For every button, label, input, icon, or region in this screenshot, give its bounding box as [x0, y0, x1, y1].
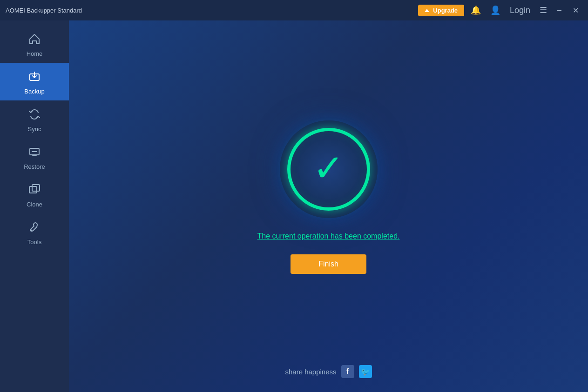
sync-icon [28, 108, 41, 123]
minimize-button[interactable]: – [554, 4, 565, 16]
main-layout: Home Backup Sync [0, 20, 588, 392]
share-footer: share happiness f 🐦 [285, 365, 372, 378]
sidebar-backup-label: Backup [24, 88, 44, 95]
notification-icon[interactable]: 🔔 [468, 3, 484, 17]
sidebar-sync-label: Sync [28, 126, 41, 133]
sidebar-item-restore[interactable]: Restore [0, 138, 69, 176]
sidebar-restore-label: Restore [24, 163, 45, 170]
app-title: AOMEI Backupper Standard [6, 7, 418, 14]
titlebar: AOMEI Backupper Standard Upgrade 🔔 👤 Log… [0, 0, 588, 20]
checkmark-icon: ✓ [313, 150, 344, 187]
svg-rect-3 [32, 185, 40, 191]
restore-icon [28, 146, 41, 160]
sidebar-clone-label: Clone [27, 201, 42, 208]
sidebar-item-sync[interactable]: Sync [0, 100, 69, 138]
sidebar: Home Backup Sync [0, 20, 69, 392]
sidebar-item-clone[interactable]: Clone [0, 176, 69, 213]
svg-rect-2 [29, 186, 37, 193]
sidebar-item-home[interactable]: Home [0, 25, 69, 63]
user-icon[interactable]: 👤 [487, 3, 503, 17]
share-text: share happiness [285, 368, 336, 376]
sidebar-item-backup[interactable]: Backup [0, 63, 69, 100]
close-button[interactable]: ✕ [569, 4, 582, 17]
login-label[interactable]: Login [507, 4, 533, 17]
upgrade-button[interactable]: Upgrade [418, 5, 464, 16]
success-circle-outer: ✓ [280, 120, 378, 218]
sidebar-home-label: Home [27, 50, 43, 57]
content-area: ✓ The current operation has been complet… [69, 20, 588, 392]
titlebar-actions: Upgrade 🔔 👤 Login ☰ – ✕ [418, 3, 582, 17]
backup-icon [28, 70, 41, 85]
svg-point-4 [31, 230, 33, 231]
success-circle-ring: ✓ [287, 128, 370, 211]
sidebar-item-tools[interactable]: Tools [0, 213, 69, 251]
twitter-icon[interactable]: 🐦 [359, 365, 372, 378]
clone-icon [28, 183, 41, 198]
sidebar-tools-label: Tools [27, 239, 41, 246]
facebook-icon[interactable]: f [341, 365, 354, 378]
menu-icon[interactable]: ☰ [537, 3, 550, 17]
tools-icon [28, 221, 41, 236]
upgrade-label: Upgrade [433, 7, 458, 14]
upgrade-arrow-icon [425, 9, 429, 12]
success-container: ✓ The current operation has been complet… [257, 120, 400, 274]
finish-button[interactable]: Finish [291, 254, 366, 274]
completion-text: The current operation has been completed… [257, 232, 400, 240]
home-icon [28, 33, 41, 47]
